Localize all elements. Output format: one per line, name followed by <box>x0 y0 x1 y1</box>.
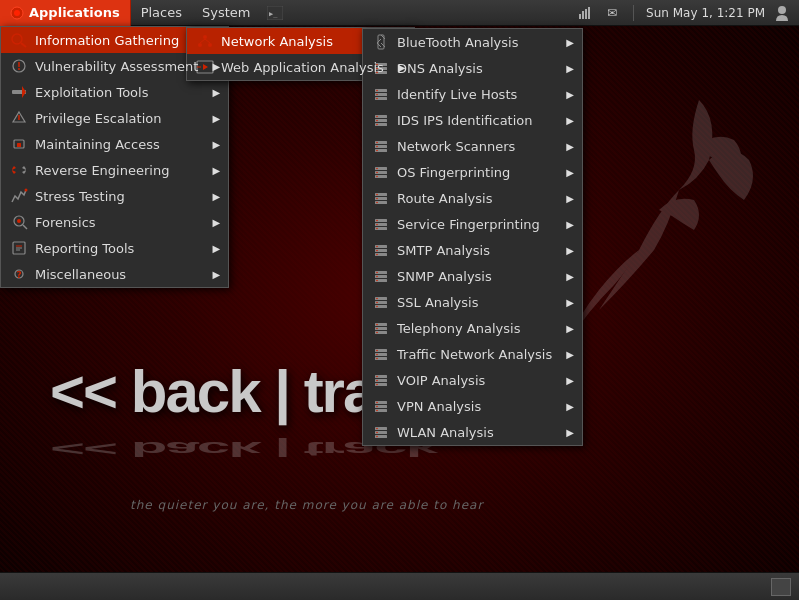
svg-point-58 <box>376 172 378 174</box>
svg-point-75 <box>376 246 378 248</box>
menu-bluetooth-analysis[interactable]: BlueTooth Analysis ▶ <box>363 29 582 55</box>
menu-privilege-escalation[interactable]: Privilege Escalation ▶ <box>1 105 228 131</box>
svc-fp-icon <box>371 215 391 233</box>
menu-traffic-network[interactable]: Traffic Network Analysis ▶ <box>363 341 582 367</box>
svg-point-57 <box>376 168 378 170</box>
live-hosts-icon <box>371 85 391 103</box>
menu-information-gathering[interactable]: Information Gathering ▶ <box>1 27 228 53</box>
app-menu-icon <box>10 6 24 20</box>
menu-forensics[interactable]: Forensics ▶ <box>1 209 228 235</box>
misc-label: Miscellaneous <box>35 267 126 282</box>
route-analysis-label: Route Analysis <box>397 191 492 206</box>
svg-point-99 <box>376 350 378 352</box>
svg-rect-7 <box>588 7 590 19</box>
menu-route-analysis[interactable]: Route Analysis ▶ <box>363 185 582 211</box>
places-menu-button[interactable]: Places <box>131 0 192 26</box>
menu-reporting-tools[interactable]: Reporting Tools ▶ <box>1 235 228 261</box>
route-icon-svg <box>373 190 389 206</box>
menu-vpn-analysis[interactable]: VPN Analysis ▶ <box>363 393 582 419</box>
telephony-icon <box>371 319 391 337</box>
svg-point-82 <box>376 276 378 278</box>
svg-point-69 <box>376 220 378 222</box>
menu-os-fingerprinting[interactable]: OS Fingerprinting ▶ <box>363 159 582 185</box>
smtp-icon <box>371 241 391 259</box>
network-icon <box>578 6 594 20</box>
svg-point-64 <box>376 198 378 200</box>
smtp-label: SMTP Analysis <box>397 243 490 258</box>
svg-point-52 <box>376 146 378 148</box>
stress-test-icon <box>9 187 29 205</box>
menu-miscellaneous[interactable]: ? Miscellaneous ▶ <box>1 261 228 287</box>
menu-telephony-analysis[interactable]: Telephony Analysis ▶ <box>363 315 582 341</box>
menu-ssl-analysis[interactable]: SSL Analysis ▶ <box>363 289 582 315</box>
svg-point-46 <box>376 120 378 122</box>
svg-line-132 <box>23 225 27 229</box>
svg-point-47 <box>376 124 378 126</box>
svg-point-1 <box>14 10 20 16</box>
ssl-arrow: ▶ <box>558 297 574 308</box>
menu-snmp-analysis[interactable]: SNMP Analysis ▶ <box>363 263 582 289</box>
menu-vulnerability-assessment[interactable]: Vulnerability Assessment ▶ <box>1 53 228 79</box>
ids-icon <box>371 111 391 129</box>
svg-point-70 <box>376 224 378 226</box>
route-arrow: ▶ <box>558 193 574 204</box>
priv-esc-label: Privilege Escalation <box>35 111 161 126</box>
smtp-arrow: ▶ <box>558 245 574 256</box>
menu-maintaining-access[interactable]: Maintaining Access ▶ <box>1 131 228 157</box>
web-app-label: Web Application Analysis <box>221 60 384 75</box>
menu-reverse-engineering[interactable]: Reverse Engineering ▶ <box>1 157 228 183</box>
taskbar-left: Applications Places System ▶_ <box>0 0 577 26</box>
scanners-arrow: ▶ <box>558 141 574 152</box>
reporting-arrow: ▶ <box>204 243 220 254</box>
menu-network-scanners[interactable]: Network Scanners ▶ <box>363 133 582 159</box>
stress-icon-svg <box>10 188 28 204</box>
svg-point-21 <box>198 43 202 47</box>
info-gathering-label: Information Gathering <box>35 33 179 48</box>
svg-rect-4 <box>579 14 581 19</box>
menu-smtp-analysis[interactable]: SMTP Analysis ▶ <box>363 237 582 263</box>
forensics-icon-svg <box>10 214 28 230</box>
bluetooth-icon <box>371 33 391 51</box>
voip-icon-svg <box>373 372 389 388</box>
svg-marker-124 <box>22 86 26 98</box>
svg-text:?: ? <box>17 270 22 280</box>
svc-fp-icon-svg <box>373 216 389 232</box>
system-label: System <box>202 5 250 20</box>
exploitation-label: Exploitation Tools <box>35 85 148 100</box>
svg-point-119 <box>376 436 378 438</box>
maintaining-arrow: ▶ <box>204 139 220 150</box>
menu-ids-ips[interactable]: IDS IPS Identification ▶ <box>363 107 582 133</box>
system-menu-button[interactable]: System <box>192 0 260 26</box>
ids-icon-svg <box>373 112 389 128</box>
svg-point-71 <box>376 228 378 230</box>
snmp-arrow: ▶ <box>558 271 574 282</box>
menu-identify-live-hosts[interactable]: Identify Live Hosts ▶ <box>363 81 582 107</box>
window-manager-icon[interactable] <box>771 578 791 596</box>
menu-exploitation-tools[interactable]: Exploitation Tools ▶ <box>1 79 228 105</box>
mail-icon[interactable]: ✉ <box>603 4 621 22</box>
menu-stress-testing[interactable]: Stress Testing ▶ <box>1 183 228 209</box>
menu-wlan-analysis[interactable]: WLAN Analysis ▶ <box>363 419 582 445</box>
vpn-label: VPN Analysis <box>397 399 481 414</box>
desktop: Applications Places System ▶_ <box>0 0 799 600</box>
svg-point-93 <box>376 324 378 326</box>
network-analysis-icon <box>195 32 215 50</box>
svg-point-105 <box>376 376 378 378</box>
svg-point-41 <box>376 98 378 100</box>
svg-point-40 <box>376 94 378 96</box>
terminal-button[interactable]: ▶_ <box>261 0 289 26</box>
applications-menu-button[interactable]: Applications <box>0 0 131 26</box>
vpn-arrow: ▶ <box>558 401 574 412</box>
telephony-label: Telephony Analysis <box>397 321 520 336</box>
svg-point-106 <box>376 380 378 382</box>
menu-voip-analysis[interactable]: VOIP Analysis ▶ <box>363 367 582 393</box>
places-label: Places <box>141 5 182 20</box>
menu-network-analysis[interactable]: Network Analysis ▶ <box>187 28 414 54</box>
wlan-icon-svg <box>373 424 389 440</box>
user-icon <box>773 4 791 22</box>
menu-service-fingerprinting[interactable]: Service Fingerprinting ▶ <box>363 211 582 237</box>
tagline-text: the quieter you are, the more you are ab… <box>130 498 483 512</box>
os-fp-arrow: ▶ <box>558 167 574 178</box>
ssl-icon-svg <box>373 294 389 310</box>
svg-point-113 <box>376 410 378 412</box>
